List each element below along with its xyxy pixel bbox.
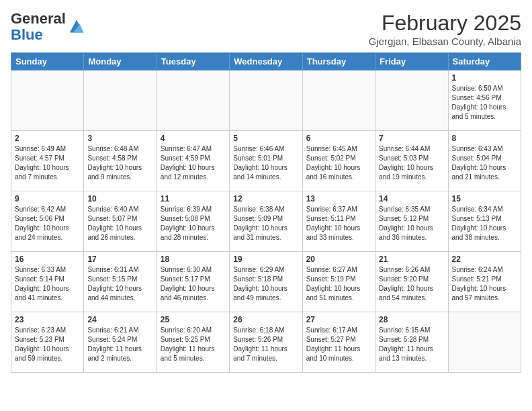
location-title: Gjergjan, Elbasan County, Albania [369,36,521,47]
day-number: 5 [233,134,298,143]
day-info: Sunrise: 6:42 AM Sunset: 5:06 PM Dayligh… [15,205,80,242]
calendar-cell: 1Sunrise: 6:50 AM Sunset: 4:56 PM Daylig… [448,71,521,131]
day-info: Sunrise: 6:17 AM Sunset: 5:27 PM Dayligh… [306,326,371,363]
day-info: Sunrise: 6:48 AM Sunset: 4:58 PM Dayligh… [87,144,152,182]
calendar-cell: 10Sunrise: 6:40 AM Sunset: 5:07 PM Dayli… [84,191,157,252]
weekday-header-saturday: Saturday [448,53,521,71]
logo-blue-text: Blue [11,26,43,43]
day-info: Sunrise: 6:45 AM Sunset: 5:02 PM Dayligh… [306,144,371,182]
day-number: 28 [379,315,444,324]
calendar-cell: 7Sunrise: 6:44 AM Sunset: 5:03 PM Daylig… [375,131,448,191]
day-number: 25 [161,315,226,324]
day-info: Sunrise: 6:39 AM Sunset: 5:08 PM Dayligh… [161,205,226,242]
calendar-cell: 2Sunrise: 6:49 AM Sunset: 4:57 PM Daylig… [11,131,84,191]
day-info: Sunrise: 6:27 AM Sunset: 5:19 PM Dayligh… [306,265,371,303]
weekday-header-friday: Friday [375,53,448,71]
day-number: 27 [306,315,371,324]
day-info: Sunrise: 6:33 AM Sunset: 5:14 PM Dayligh… [15,265,80,303]
calendar-cell: 24Sunrise: 6:21 AM Sunset: 5:24 PM Dayli… [84,312,157,373]
calendar-header-row: SundayMondayTuesdayWednesdayThursdayFrid… [11,53,521,71]
day-info: Sunrise: 6:38 AM Sunset: 5:09 PM Dayligh… [233,205,298,242]
day-info: Sunrise: 6:40 AM Sunset: 5:07 PM Dayligh… [87,205,152,242]
calendar-cell: 14Sunrise: 6:35 AM Sunset: 5:12 PM Dayli… [375,191,448,252]
day-number: 9 [15,194,80,203]
calendar-cell: 8Sunrise: 6:43 AM Sunset: 5:04 PM Daylig… [448,131,521,191]
month-title: February 2025 [369,11,521,36]
calendar-cell: 27Sunrise: 6:17 AM Sunset: 5:27 PM Dayli… [302,312,375,373]
day-info: Sunrise: 6:20 AM Sunset: 5:25 PM Dayligh… [161,326,226,363]
calendar-cell: 22Sunrise: 6:24 AM Sunset: 5:21 PM Dayli… [448,252,521,312]
day-number: 17 [87,255,152,264]
calendar-cell: 4Sunrise: 6:47 AM Sunset: 4:59 PM Daylig… [157,131,229,191]
logo-general-text: General [11,10,66,27]
day-info: Sunrise: 6:35 AM Sunset: 5:12 PM Dayligh… [379,205,444,242]
calendar-cell [302,71,375,131]
week-row-2: 2Sunrise: 6:49 AM Sunset: 4:57 PM Daylig… [11,131,521,191]
day-number: 2 [15,134,80,143]
calendar-cell: 21Sunrise: 6:26 AM Sunset: 5:20 PM Dayli… [375,252,448,312]
day-info: Sunrise: 6:49 AM Sunset: 4:57 PM Dayligh… [15,144,80,182]
day-number: 15 [452,194,517,203]
calendar-cell [230,71,302,131]
calendar-cell: 15Sunrise: 6:34 AM Sunset: 5:13 PM Dayli… [448,191,521,252]
day-info: Sunrise: 6:24 AM Sunset: 5:21 PM Dayligh… [452,265,517,303]
weekday-header-monday: Monday [84,53,157,71]
day-info: Sunrise: 6:34 AM Sunset: 5:13 PM Dayligh… [452,205,517,242]
calendar-cell: 23Sunrise: 6:23 AM Sunset: 5:23 PM Dayli… [11,312,84,373]
day-number: 18 [161,255,226,264]
day-number: 4 [161,134,226,143]
day-number: 21 [379,255,444,264]
day-info: Sunrise: 6:43 AM Sunset: 5:04 PM Dayligh… [452,144,517,182]
calendar-cell: 3Sunrise: 6:48 AM Sunset: 4:58 PM Daylig… [84,131,157,191]
calendar-cell: 26Sunrise: 6:18 AM Sunset: 5:26 PM Dayli… [230,312,302,373]
calendar-cell: 17Sunrise: 6:31 AM Sunset: 5:15 PM Dayli… [84,252,157,312]
calendar-table: SundayMondayTuesdayWednesdayThursdayFrid… [11,52,521,373]
day-info: Sunrise: 6:26 AM Sunset: 5:20 PM Dayligh… [379,265,444,303]
day-info: Sunrise: 6:30 AM Sunset: 5:17 PM Dayligh… [161,265,226,303]
calendar-cell: 11Sunrise: 6:39 AM Sunset: 5:08 PM Dayli… [157,191,229,252]
day-number: 16 [15,255,80,264]
day-number: 26 [233,315,298,324]
day-number: 11 [161,194,226,203]
day-number: 1 [452,73,517,83]
week-row-1: 1Sunrise: 6:50 AM Sunset: 4:56 PM Daylig… [11,71,521,131]
weekday-header-thursday: Thursday [302,53,375,71]
weekday-header-tuesday: Tuesday [157,53,229,71]
day-info: Sunrise: 6:44 AM Sunset: 5:03 PM Dayligh… [379,144,444,182]
title-area: February 2025 Gjergjan, Elbasan County, … [369,11,521,47]
day-info: Sunrise: 6:21 AM Sunset: 5:24 PM Dayligh… [87,326,152,363]
logo: General Blue [11,11,86,43]
day-info: Sunrise: 6:15 AM Sunset: 5:28 PM Dayligh… [379,326,444,363]
day-info: Sunrise: 6:46 AM Sunset: 5:01 PM Dayligh… [233,144,298,182]
day-info: Sunrise: 6:29 AM Sunset: 5:18 PM Dayligh… [233,265,298,303]
page-header: General Blue February 2025 Gjergjan, Elb… [11,11,521,47]
day-number: 13 [306,194,371,203]
calendar-cell: 6Sunrise: 6:45 AM Sunset: 5:02 PM Daylig… [302,131,375,191]
weekday-header-sunday: Sunday [11,53,84,71]
calendar-cell: 20Sunrise: 6:27 AM Sunset: 5:19 PM Dayli… [302,252,375,312]
day-info: Sunrise: 6:50 AM Sunset: 4:56 PM Dayligh… [452,84,517,122]
calendar-cell: 28Sunrise: 6:15 AM Sunset: 5:28 PM Dayli… [375,312,448,373]
calendar-cell: 19Sunrise: 6:29 AM Sunset: 5:18 PM Dayli… [230,252,302,312]
day-number: 12 [233,194,298,203]
week-row-4: 16Sunrise: 6:33 AM Sunset: 5:14 PM Dayli… [11,252,521,312]
week-row-5: 23Sunrise: 6:23 AM Sunset: 5:23 PM Dayli… [11,312,521,373]
calendar-cell [157,71,229,131]
calendar-cell [84,71,157,131]
calendar-cell: 18Sunrise: 6:30 AM Sunset: 5:17 PM Dayli… [157,252,229,312]
calendar-cell [11,71,84,131]
day-number: 3 [87,134,152,143]
day-number: 10 [87,194,152,203]
day-number: 22 [452,255,517,264]
day-number: 24 [87,315,152,324]
day-info: Sunrise: 6:37 AM Sunset: 5:11 PM Dayligh… [306,205,371,242]
calendar-cell: 13Sunrise: 6:37 AM Sunset: 5:11 PM Dayli… [302,191,375,252]
calendar-cell: 9Sunrise: 6:42 AM Sunset: 5:06 PM Daylig… [11,191,84,252]
calendar-cell: 25Sunrise: 6:20 AM Sunset: 5:25 PM Dayli… [157,312,229,373]
logo-icon [67,17,86,36]
day-number: 20 [306,255,371,264]
day-number: 6 [306,134,371,143]
week-row-3: 9Sunrise: 6:42 AM Sunset: 5:06 PM Daylig… [11,191,521,252]
day-number: 7 [379,134,444,143]
day-number: 23 [15,315,80,324]
